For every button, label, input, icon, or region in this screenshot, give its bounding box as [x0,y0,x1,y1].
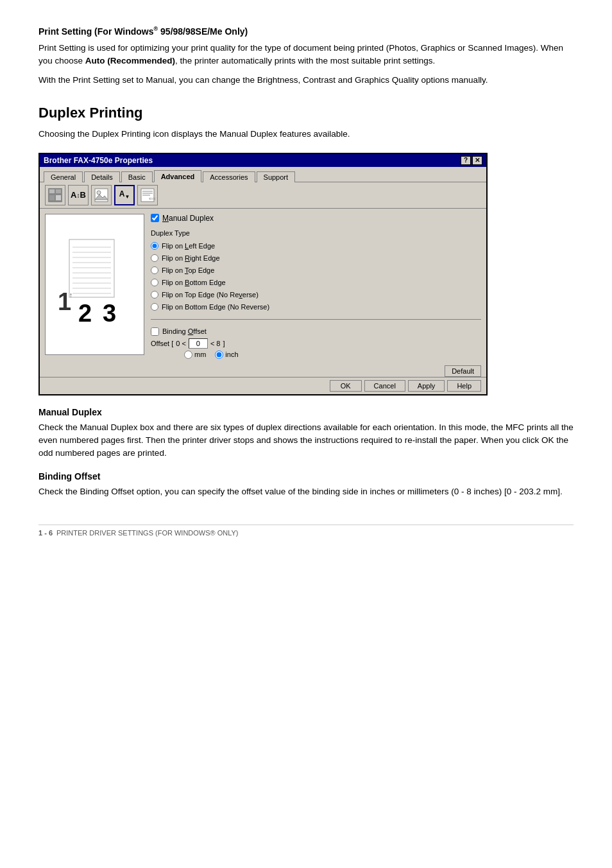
radio-flip-bottom-noreverse: Flip on Bottom Edge (No Reverse) [151,303,481,311]
offset-max: < 8 [210,340,221,347]
duplex-intro: Choosing the Duplex Printing icon displa… [38,128,574,141]
svg-point-6 [97,191,101,195]
tabs-bar: General Details Basic Advanced Accessori… [40,167,486,182]
separator1 [151,319,481,320]
manual-duplex-row: Manual Duplex [151,214,481,223]
binding-offset-subsection: Binding Offset Check the Binding Offset … [38,471,574,498]
svg-text:⟺: ⟺ [149,196,155,202]
footer-text: PRINTER DRIVER SETTINGS (FOR WINDOWS® ON… [56,529,239,537]
inch-label-row[interactable]: inch [215,351,238,359]
dialog-footer: OK Cancel Apply Help [40,377,486,394]
radio-flip-right-input[interactable] [151,254,158,262]
radio-flip-right-label[interactable]: Flip on Right Edge [162,254,220,262]
tab-basic[interactable]: Basic [121,171,153,182]
radio-flip-bottom-noreverse-label[interactable]: Flip on Bottom Edge (No Reverse) [162,303,269,311]
radio-flip-left-input[interactable] [151,242,158,250]
svg-rect-4 [56,195,61,200]
svg-rect-3 [49,195,55,200]
default-button[interactable]: Default [445,365,481,377]
binding-offset-section: Binding Offset Offset [ 0 < < 8 ] mm [151,327,481,359]
duplex-type-label: Duplex Type [151,229,481,237]
radio-flip-bottom: Flip on Bottom Edge [151,279,481,286]
duplex-title: Duplex Printing [38,105,574,121]
manual-duplex-subsection: Manual Duplex Check the Manual Duplex bo… [38,407,574,460]
binding-offset-row: Binding Offset [151,327,481,336]
dialog-body: 1 2 3 ↑ [40,209,486,364]
radio-flip-left-label[interactable]: Flip on Left Edge [162,242,215,250]
inch-radio[interactable] [215,351,223,359]
tab-general[interactable]: General [44,171,83,182]
radio-flip-top-input[interactable] [151,266,158,274]
binding-offset-heading: Binding Offset [38,471,574,482]
inch-label: inch [225,351,238,358]
svg-text:3: 3 [103,300,116,327]
help-titlebar-btn[interactable]: ? [461,156,471,165]
offset-min: 0 < [176,340,186,347]
radio-flip-left: Flip on Left Edge [151,242,481,250]
tab-details[interactable]: Details [84,171,120,182]
tab-advanced[interactable]: Advanced [154,170,202,182]
radio-flip-top-noreverse-input[interactable] [151,291,158,299]
tab-accessories[interactable]: Accessories [203,171,255,182]
icon-btn-image[interactable] [91,185,112,205]
manual-duplex-text: Check the Manual Duplex box and there ar… [38,421,574,460]
radio-flip-bottom-noreverse-input[interactable] [151,303,158,311]
offset-input[interactable] [189,338,208,349]
page-footer: 1 - 6 PRINTER DRIVER SETTINGS (FOR WINDO… [38,525,574,537]
radio-flip-bottom-input[interactable] [151,279,158,286]
radio-flip-top: Flip on Top Edge [151,266,481,274]
mm-label-row[interactable]: mm [184,351,206,359]
cancel-button[interactable]: Cancel [364,380,405,392]
manual-duplex-heading: Manual Duplex [38,407,574,417]
print-setting-para2: With the Print Setting set to Manual, yo… [38,74,574,87]
titlebar-buttons: ? ✕ [461,156,482,165]
radio-flip-top-label[interactable]: Flip on Top Edge [162,266,214,274]
radio-flip-right: Flip on Right Edge [151,254,481,262]
binding-offset-checkbox[interactable] [151,327,159,336]
close-titlebar-btn[interactable]: ✕ [472,156,482,165]
manual-duplex-checkbox[interactable] [151,214,159,222]
radio-flip-top-noreverse: Flip on Top Edge (No Reverse) [151,291,481,299]
radio-flip-top-noreverse-label[interactable]: Flip on Top Edge (No Reverse) [162,291,259,299]
svg-text:2: 2 [78,300,92,327]
icon-toolbar: A↕B A▼ ⟺ [40,182,486,209]
icon-btn-ab[interactable]: A↕B [68,185,89,205]
ok-button[interactable]: OK [330,380,362,392]
print-setting-heading: Print Setting (For Windows® 95/98/98SE/M… [38,26,574,37]
left-panel: 1 2 3 ↑ [45,214,144,359]
icon-btn-texture[interactable] [45,185,65,205]
mm-inch-row: mm inch [184,351,481,359]
manual-duplex-label[interactable]: Manual Duplex [162,214,214,223]
apply-button[interactable]: Apply [408,380,445,392]
radio-flip-bottom-label[interactable]: Flip on Bottom Edge [162,279,226,286]
svg-rect-2 [56,189,61,193]
svg-text:↑: ↑ [69,291,72,299]
dialog-title: Brother FAX-4750e Properties [44,156,153,165]
binding-offset-label[interactable]: Binding Offset [162,327,207,335]
icon-btn-duplex[interactable]: A▼ [114,185,135,205]
dialog-titlebar: Brother FAX-4750e Properties ? ✕ [40,154,486,167]
preview-box: 1 2 3 ↑ [45,214,144,355]
offset-text: Offset [ [151,340,173,347]
page-number: 1 - 6 [38,529,53,537]
help-dialog-button[interactable]: Help [447,380,481,392]
print-setting-para1: Print Setting is used for optimizing you… [38,42,574,68]
default-btn-row: Default [40,364,486,377]
mm-label: mm [194,351,206,358]
print-setting-section: Print Setting (For Windows® 95/98/98SE/M… [38,26,574,87]
right-panel: Manual Duplex Duplex Type Flip on Left E… [151,214,481,359]
offset-bracket: ] [223,340,225,347]
offset-row: Offset [ 0 < < 8 ] [151,338,481,349]
icon-btn-watermark[interactable]: ⟺ [137,185,158,205]
binding-offset-text: Check the Binding Offset option, you can… [38,485,574,498]
duplex-section: Duplex Printing Choosing the Duplex Prin… [38,105,574,395]
dialog-box: Brother FAX-4750e Properties ? ✕ General… [38,153,488,395]
tab-support[interactable]: Support [257,171,296,182]
svg-rect-1 [49,189,55,193]
mm-radio[interactable] [184,351,192,359]
